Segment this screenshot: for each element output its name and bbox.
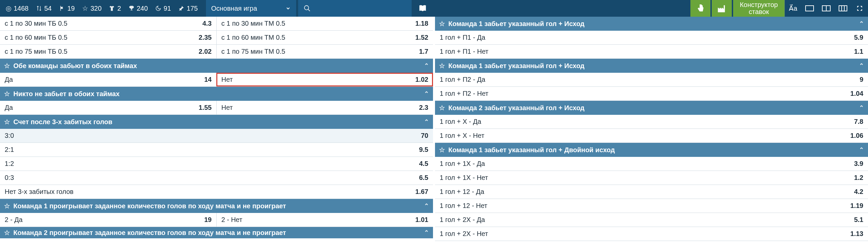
topbar: ◎ 1468 54 19 ☆ 320 2 <box>0 0 868 17</box>
chevron-up-icon: ⌃ <box>424 202 429 210</box>
outcome-cell-highlighted[interactable]: Нет 1.02 <box>216 73 433 87</box>
outcome-cell[interactable]: с 1 по 75 мин ТБ 0.5 2.02 <box>0 45 216 58</box>
layout-2col-button[interactable] <box>818 0 835 17</box>
outcome-row[interactable]: 2:1 9.5 <box>0 143 433 157</box>
outcome-row[interactable]: Нет 3-х забитых голов 1.67 <box>0 185 433 199</box>
quickbet-button[interactable] <box>690 0 710 17</box>
market-header[interactable]: ☆ Команда 1 проигрывает заданное количес… <box>0 199 433 213</box>
sport-pin[interactable]: 175 <box>174 0 201 17</box>
outcome-row[interactable]: 1 гол + X - Нет 1.06 <box>435 129 868 143</box>
odds-row: с 1 по 75 мин ТБ 0.5 2.02 с 1 по 75 мин … <box>0 45 433 59</box>
sport-filter-bar: ◎ 1468 54 19 ☆ 320 2 <box>0 0 203 17</box>
outcome-row[interactable]: 1 гол + 2X - Нет 1.13 <box>435 227 868 241</box>
outcome-label: 0:3 <box>0 174 403 182</box>
outcome-label: 1 гол + 2X - Да <box>435 216 838 224</box>
odds-row: с 1 по 60 мин ТБ 0.5 2.35 с 1 по 60 мин … <box>0 31 433 45</box>
market-header[interactable]: ☆ Команда 1 забьет указанный гол + Двойн… <box>435 143 868 157</box>
sport-star[interactable]: ☆ 320 <box>78 0 105 17</box>
outcome-label: 1 гол + 1X - Да <box>435 160 838 167</box>
outcome-cell[interactable]: с 1 по 75 мин ТМ 0.5 1.7 <box>216 45 433 58</box>
layout-3col-button[interactable] <box>835 0 851 17</box>
sport-trophy[interactable]: 240 <box>125 0 151 17</box>
search-icon <box>304 5 311 12</box>
pin-icon <box>178 5 185 12</box>
outcome-cell[interactable]: Да 14 <box>0 73 216 87</box>
outcome-row[interactable]: 1:2 4.5 <box>0 157 433 171</box>
market-title: Команда 1 забьет указанный гол + Двойной… <box>448 146 615 154</box>
outcome-odd: 1.04 <box>838 90 868 97</box>
chevron-up-icon: ⌃ <box>859 62 864 69</box>
outcome-label: Да <box>0 104 186 112</box>
layout-3col-icon <box>839 5 847 11</box>
outcome-row[interactable]: 1 гол + 2X - Да 5.1 <box>435 213 868 227</box>
outcome-label: Нет 3-х забитых голов <box>0 188 403 196</box>
rules-button[interactable] <box>412 0 434 17</box>
chevron-up-icon: ⌃ <box>859 20 864 27</box>
layout-1col-button[interactable] <box>801 0 818 17</box>
outcome-row[interactable]: 1 гол + 1X - Да 3.9 <box>435 157 868 171</box>
font-size-button[interactable]: A⃗a <box>784 0 801 17</box>
outcome-row[interactable]: 1 гол + П2 - Нет 1.04 <box>435 87 868 101</box>
outcome-row[interactable]: 1 гол + П2 - Да 9 <box>435 73 868 87</box>
odds-row: 2 - Да 19 2 - Нет 1.01 <box>0 213 433 227</box>
outcome-row[interactable]: 1 гол + X - Да 7.8 <box>435 115 868 129</box>
market-header[interactable]: ☆ Команда 1 забьет указанный гол + Исход… <box>435 59 868 73</box>
constructor-label-1: Конструктор <box>740 1 778 8</box>
outcome-row[interactable]: 1 гол + 12 - Нет 1.19 <box>435 199 868 213</box>
market-header[interactable]: ☆ Команда 2 проигрывает заданное количес… <box>0 227 433 238</box>
factory-button[interactable] <box>712 0 732 17</box>
outcome-cell[interactable]: Да 1.55 <box>0 101 216 115</box>
outcome-row[interactable]: 1 гол + П1 - Нет 1.1 <box>435 45 868 59</box>
mode-select[interactable]: Основная игра <box>206 0 296 17</box>
outcome-row[interactable]: 3:0 70 <box>0 129 433 143</box>
outcome-odd: 19 <box>186 216 216 224</box>
outcome-label: Да <box>0 76 186 84</box>
search-box[interactable] <box>298 0 412 17</box>
outcome-odd: 5.1 <box>838 216 868 224</box>
sport-updown[interactable]: 54 <box>32 0 55 17</box>
outcome-odd: 4.3 <box>186 20 216 27</box>
market-header[interactable]: ☆ Команда 1 забьет указанный гол + Исход… <box>435 17 868 31</box>
sport-count: 54 <box>44 5 52 12</box>
sport-flag[interactable]: 19 <box>55 0 78 17</box>
outcome-label: 1 гол + X - Нет <box>435 132 838 139</box>
sport-target[interactable]: ◎ 1468 <box>1 0 32 17</box>
outcome-row[interactable]: 1 гол + 12 - Да 4.2 <box>435 185 868 199</box>
outcome-cell[interactable]: 2 - Да 19 <box>0 213 216 227</box>
outcome-label: с 1 по 60 мин ТБ 0.5 <box>0 34 186 41</box>
sport-count: 19 <box>67 5 75 12</box>
star-icon: ☆ <box>439 104 445 112</box>
outcome-cell[interactable]: с 1 по 60 мин ТБ 0.5 2.35 <box>0 31 216 44</box>
bet-constructor-button[interactable]: Конструктор ставок <box>733 0 784 17</box>
right-tools: Конструктор ставок A⃗a <box>689 0 868 17</box>
sport-moon[interactable]: 91 <box>151 0 174 17</box>
outcome-label: с 1 по 30 мин ТБ 0.5 <box>0 20 186 27</box>
outcome-cell[interactable]: с 1 по 60 мин ТМ 0.5 1.52 <box>216 31 433 44</box>
outcome-odd: 70 <box>403 132 433 139</box>
expand-button[interactable] <box>851 0 868 17</box>
outcome-odd: 1.06 <box>838 132 868 139</box>
outcome-cell[interactable]: с 1 по 30 мин ТБ 0.5 4.3 <box>0 17 216 30</box>
outcome-odd: 9 <box>838 76 868 84</box>
sport-count: 175 <box>187 5 198 12</box>
market-header[interactable]: ☆ Счет после 3-х забитых голов ⌃ <box>0 115 433 129</box>
outcome-odd: 9.5 <box>403 146 433 154</box>
outcome-odd: 1.52 <box>403 34 433 41</box>
outcome-label: 1:2 <box>0 160 403 167</box>
outcome-cell[interactable]: 2 - Нет 1.01 <box>216 213 433 227</box>
outcome-cell[interactable]: с 1 по 30 мин ТМ 0.5 1.18 <box>216 17 433 30</box>
outcome-row[interactable]: 1 гол + 1X - Нет 1.2 <box>435 171 868 185</box>
market-header[interactable]: ☆ Команда 2 забьет указанный гол + Исход… <box>435 101 868 115</box>
outcome-label: 3:0 <box>0 132 403 139</box>
market-header[interactable]: ☆ Обе команды забьют в обоих таймах ⌃ <box>0 59 433 73</box>
svg-rect-1 <box>806 6 814 11</box>
layout-2col-icon <box>822 5 831 11</box>
outcome-cell[interactable]: Нет 2.3 <box>216 101 433 115</box>
outcome-label: с 1 по 75 мин ТМ 0.5 <box>217 48 403 55</box>
market-header[interactable]: ☆ Никто не забьет в обоих таймах ⌃ <box>0 87 433 101</box>
outcome-row[interactable]: 1 гол + П1 - Да 5.9 <box>435 31 868 45</box>
outcome-odd: 1.18 <box>403 20 433 27</box>
outcome-row[interactable]: 0:3 6.5 <box>0 171 433 185</box>
sport-shirt[interactable]: 2 <box>105 0 124 17</box>
star-icon: ☆ <box>439 20 445 28</box>
